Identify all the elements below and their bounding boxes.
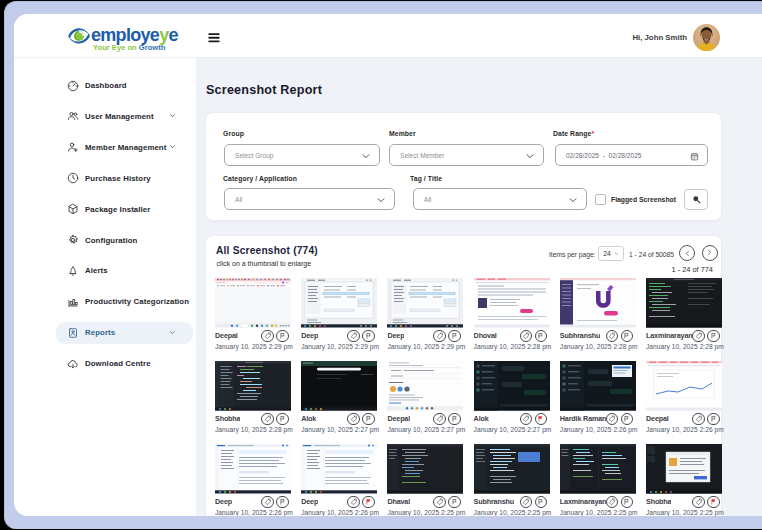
svg-text:Your Eye on Growth: Your Eye on Growth <box>93 43 166 52</box>
